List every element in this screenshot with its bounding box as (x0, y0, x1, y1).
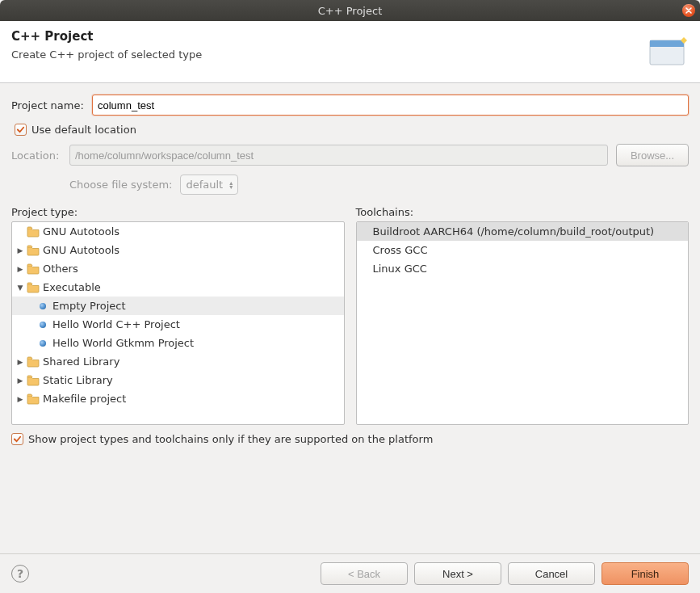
help-button[interactable]: ? (11, 565, 29, 582)
folder-icon (27, 356, 40, 368)
toolchains-panel: Toolchains: Buildroot AARCH64 (/home/col… (356, 206, 690, 425)
location-row: Location: Browse... (11, 144, 689, 166)
page-subtitle: Create C++ project of selected type (11, 48, 640, 61)
file-system-value: default (186, 179, 223, 191)
tree-item-label: Hello World C++ Project (52, 318, 180, 330)
wizard-content: Project name: Use default location Locat… (0, 83, 700, 461)
checkmark-icon (16, 125, 25, 134)
project-name-label: Project name: (11, 99, 92, 111)
expander-closed-icon[interactable]: ▶ (15, 376, 25, 385)
toolchain-item[interactable]: Cross GCC (357, 241, 689, 259)
wizard-footer: ? < Back Next > Cancel Finish (0, 553, 700, 593)
tree-item-label: Executable (43, 281, 101, 293)
toolchain-item[interactable]: Buildroot AARCH64 (/home/column/build_ro… (357, 222, 689, 241)
show-supported-row: Show project types and toolchains only i… (11, 433, 689, 445)
file-system-selector: default ▴▾ (180, 175, 238, 195)
folder-icon (27, 226, 40, 238)
tree-item-label: Hello World Gtkmm Project (52, 337, 194, 349)
project-type-panel: Project type: ▶GNU Autotools▶GNU Autotoo… (11, 206, 345, 425)
tree-item-label: GNU Autotools (43, 244, 119, 256)
toolchain-label: Linux GCC (373, 263, 427, 275)
use-default-location-row: Use default location (15, 124, 689, 136)
folder-icon (27, 263, 40, 275)
expander-closed-icon[interactable]: ▶ (15, 246, 25, 254)
project-type-item[interactable]: ▶Empty Project (12, 296, 344, 315)
expander-closed-icon[interactable]: ▶ (15, 358, 25, 366)
project-type-label: Project type: (11, 206, 345, 218)
wizard-banner: C++ Project Create C++ project of select… (0, 21, 700, 83)
show-supported-checkbox[interactable] (11, 433, 23, 445)
file-system-row: Choose file system: default ▴▾ (69, 175, 689, 195)
updown-icon: ▴▾ (229, 181, 233, 189)
project-name-input[interactable] (92, 95, 689, 116)
project-type-folder[interactable]: ▶GNU Autotools (12, 222, 344, 241)
browse-button: Browse... (616, 144, 689, 166)
project-type-item[interactable]: ▶Hello World C++ Project (12, 315, 344, 334)
toolchains-list[interactable]: Buildroot AARCH64 (/home/column/build_ro… (356, 221, 690, 425)
folder-icon (27, 375, 40, 386)
tree-item-label: Empty Project (52, 300, 126, 312)
project-leaf-icon (40, 303, 46, 309)
project-type-folder[interactable]: ▶Shared Library (12, 352, 344, 371)
window-close-button[interactable] (682, 4, 695, 17)
project-type-item[interactable]: ▶Hello World Gtkmm Project (12, 334, 344, 352)
wizard-icon (648, 34, 689, 69)
expander-open-icon[interactable]: ▼ (15, 284, 25, 292)
tree-item-label: Makefile project (43, 393, 126, 405)
window-title: C++ Project (318, 5, 382, 17)
choose-file-system-label: Choose file system: (69, 179, 172, 191)
tree-item-label: Others (43, 263, 78, 275)
finish-button[interactable]: Finish (601, 562, 689, 585)
project-type-folder[interactable]: ▶Makefile project (12, 389, 344, 408)
use-default-location-checkbox[interactable] (15, 124, 27, 136)
project-leaf-icon (40, 322, 46, 328)
project-name-row: Project name: (11, 95, 689, 116)
location-input (69, 145, 608, 166)
project-type-folder[interactable]: ▶Static Library (12, 371, 344, 389)
project-type-folder[interactable]: ▼Executable (12, 278, 344, 296)
folder-icon (27, 393, 40, 405)
cancel-button[interactable]: Cancel (508, 562, 595, 585)
next-button[interactable]: Next > (414, 562, 501, 585)
folder-icon (27, 245, 40, 256)
project-type-tree[interactable]: ▶GNU Autotools▶GNU Autotools▶Others▼Exec… (11, 221, 345, 425)
expander-closed-icon[interactable]: ▶ (15, 265, 25, 273)
toolchain-label: Cross GCC (373, 244, 428, 256)
toolchain-label: Buildroot AARCH64 (/home/column/build_ro… (373, 225, 655, 238)
tree-item-label: Static Library (43, 374, 113, 386)
tree-item-label: GNU Autotools (43, 225, 119, 238)
expander-closed-icon[interactable]: ▶ (15, 395, 25, 403)
titlebar: C++ Project (0, 0, 700, 21)
show-supported-label: Show project types and toolchains only i… (28, 433, 433, 445)
svg-rect-1 (650, 40, 684, 47)
project-type-folder[interactable]: ▶Others (12, 259, 344, 278)
checkmark-icon (13, 435, 22, 444)
use-default-location-label: Use default location (31, 124, 136, 136)
project-type-folder[interactable]: ▶GNU Autotools (12, 241, 344, 259)
back-button: < Back (321, 562, 408, 585)
location-label: Location: (11, 149, 69, 162)
close-icon (685, 7, 692, 14)
folder-icon (27, 282, 40, 293)
toolchain-item[interactable]: Linux GCC (357, 259, 689, 278)
panels: Project type: ▶GNU Autotools▶GNU Autotoo… (11, 206, 689, 425)
page-title: C++ Project (11, 29, 640, 44)
project-leaf-icon (40, 340, 46, 347)
tree-item-label: Shared Library (43, 355, 119, 368)
toolchains-label: Toolchains: (356, 206, 690, 218)
